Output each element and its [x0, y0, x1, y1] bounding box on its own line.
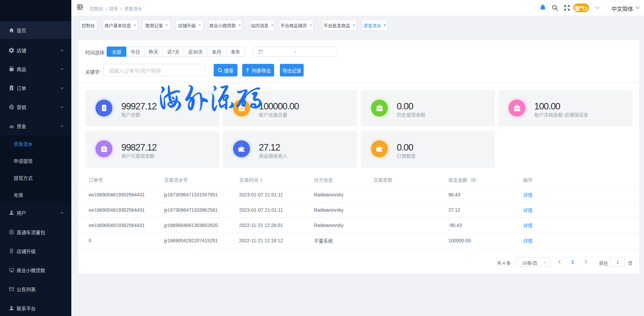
- svg-text:1: 1: [11, 251, 12, 253]
